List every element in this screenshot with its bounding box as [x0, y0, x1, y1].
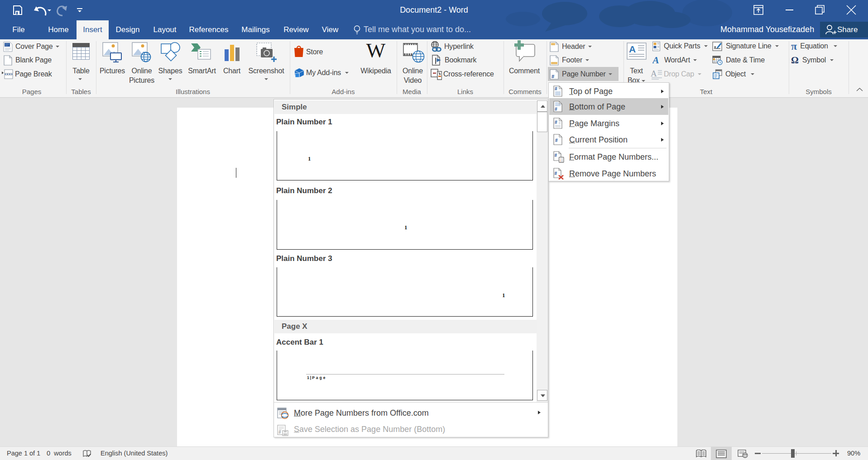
svg-text:#: #	[555, 120, 557, 125]
svg-text:#: #	[555, 107, 557, 112]
svg-text:A: A	[629, 44, 636, 54]
svg-text:#: #	[555, 86, 557, 91]
svg-text:#: #	[278, 430, 281, 435]
svg-text:A: A	[651, 69, 657, 78]
svg-text:#: #	[555, 171, 557, 176]
svg-text:#: #	[555, 138, 558, 143]
svg-text:#: #	[555, 153, 557, 158]
svg-text:A: A	[652, 56, 659, 64]
svg-text:#: #	[551, 74, 554, 79]
